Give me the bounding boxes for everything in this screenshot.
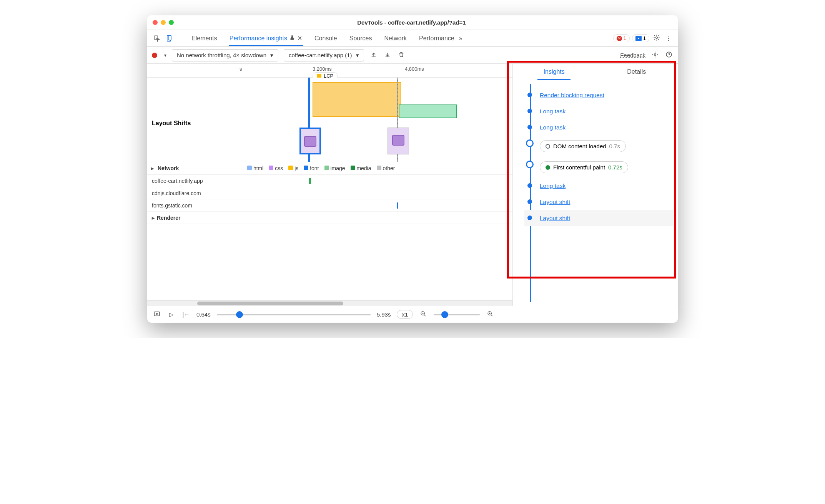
time-tick: 4,800ms [405, 66, 424, 72]
insight-item[interactable]: Long task [524, 178, 673, 194]
slider-thumb[interactable] [236, 311, 243, 318]
network-row[interactable]: cdnjs.cloudflare.com [147, 187, 512, 199]
legend-js-swatch [288, 166, 293, 170]
network-row[interactable]: fonts.gstatic.com [147, 199, 512, 212]
tab-performance[interactable]: Performance [418, 31, 455, 46]
insight-link[interactable]: Long task [540, 124, 566, 131]
tab-insights[interactable]: Insights [513, 64, 595, 80]
minimize-window-button[interactable] [161, 20, 166, 25]
timeline-footer: ▷ |← 0.64s 5.93s x1 [147, 306, 678, 323]
renderer-section-header[interactable]: Renderer [147, 212, 512, 224]
insight-item[interactable]: Render blocking request [524, 87, 673, 103]
feedback-link[interactable]: Feedback [620, 52, 645, 58]
screenshot-thumbnail-selected[interactable] [299, 128, 321, 154]
settings-gear-icon[interactable] [652, 33, 662, 44]
tab-elements[interactable]: Elements [191, 31, 218, 46]
download-icon[interactable] [383, 51, 392, 59]
tab-network[interactable]: Network [383, 31, 408, 46]
flask-icon [289, 35, 295, 41]
devtools-window: DevTools - coffee-cart.netlify.app/?ad=1… [147, 15, 678, 323]
time-slider[interactable] [217, 314, 371, 315]
insight-item[interactable]: Layout shift [524, 210, 673, 226]
insight-milestone[interactable]: First contentful paint 0.72s [524, 157, 673, 178]
task-block[interactable] [399, 104, 457, 118]
insight-link[interactable]: Layout shift [540, 215, 570, 221]
record-button[interactable] [152, 53, 157, 58]
insight-link[interactable]: Long task [540, 182, 566, 189]
milestone-pill: First contentful paint 0.72s [540, 161, 628, 173]
insight-link[interactable]: Long task [540, 108, 566, 114]
throttling-select[interactable]: No network throttling, 4× slowdown ▾ [172, 49, 278, 61]
timeline-ruler[interactable]: s 3,200ms 4,800ms LCP [147, 64, 512, 78]
network-legend-row: Network html css js font image media oth… [147, 162, 512, 175]
network-section-header[interactable]: Network [151, 165, 179, 171]
legend-other-swatch [377, 166, 381, 170]
insight-milestone[interactable]: DOM content loaded 0.7s [524, 136, 673, 157]
error-badge[interactable]: ✕ 1 [613, 34, 630, 42]
milestone-dot-icon [546, 165, 550, 170]
upload-icon[interactable] [369, 51, 378, 59]
tab-sources[interactable]: Sources [349, 31, 373, 46]
svg-rect-2 [168, 35, 171, 40]
tab-performance-insights[interactable]: Performance insights ✕ [229, 31, 303, 46]
insights-side-panel: Insights Details Render blocking request… [512, 64, 678, 306]
panel-settings-gear-icon[interactable] [651, 51, 659, 60]
device-toggle-icon[interactable] [164, 33, 174, 43]
insight-dot-icon [527, 216, 532, 220]
lcp-block[interactable] [313, 82, 401, 117]
svg-rect-6 [154, 312, 160, 316]
tab-details[interactable]: Details [595, 64, 678, 80]
svg-point-3 [656, 36, 658, 38]
preview-toggle-icon[interactable] [153, 310, 161, 318]
screenshot-thumbnail[interactable] [388, 128, 409, 154]
timeline-chart[interactable]: Layout Shifts [147, 78, 512, 162]
insight-dot-icon [527, 199, 532, 204]
svg-point-7 [156, 313, 158, 315]
tab-console[interactable]: Console [314, 31, 338, 46]
insight-item[interactable]: Long task [524, 119, 673, 136]
more-tabs-chevron-icon[interactable]: » [457, 33, 464, 43]
side-panel-tabs: Insights Details [513, 64, 678, 80]
zoom-slider[interactable] [434, 314, 480, 315]
layout-shifts-label: Layout Shifts [152, 120, 191, 127]
zoom-level[interactable]: x1 [397, 310, 413, 319]
slider-thumb[interactable] [441, 311, 448, 318]
panel-tabs: Elements Performance insights ✕ Console … [191, 31, 455, 46]
insight-item[interactable]: Layout shift [524, 194, 673, 210]
page-select[interactable]: coffee-cart.netlify.app (1) ▾ [284, 49, 364, 61]
time-end: 5.93s [377, 311, 391, 318]
record-dropdown-icon[interactable]: ▾ [164, 53, 166, 58]
insight-link[interactable]: Render blocking request [540, 92, 604, 98]
message-icon: ▪ [635, 36, 642, 41]
horizontal-scrollbar[interactable] [147, 300, 512, 306]
play-icon[interactable]: ▷ [167, 311, 176, 318]
close-window-button[interactable] [153, 20, 158, 25]
insight-dot-icon [527, 125, 532, 129]
devtools-tab-bar: Elements Performance insights ✕ Console … [147, 30, 678, 47]
insight-link[interactable]: Layout shift [540, 199, 570, 205]
close-tab-icon[interactable]: ✕ [297, 35, 302, 42]
legend-css-swatch [269, 166, 273, 170]
traffic-lights [153, 20, 174, 25]
help-icon[interactable] [665, 51, 673, 60]
rewind-icon[interactable]: |← [182, 311, 190, 318]
time-start: 0.64s [196, 311, 211, 318]
time-tick: s [240, 66, 242, 72]
time-tick: 3,200ms [313, 66, 332, 72]
trash-icon[interactable] [397, 51, 406, 59]
zoom-out-icon[interactable] [419, 311, 427, 318]
network-row[interactable]: coffee-cart.netlify.app [147, 175, 512, 187]
network-rows: coffee-cart.netlify.app cdnjs.cloudflare… [147, 175, 512, 300]
maximize-window-button[interactable] [169, 20, 174, 25]
more-options-icon[interactable]: ⋮ [664, 33, 673, 43]
insight-dot-icon [527, 109, 532, 113]
insights-toolbar: ▾ No network throttling, 4× slowdown ▾ c… [147, 47, 678, 64]
milestone-dot-icon [546, 144, 550, 149]
insight-dot-icon [527, 183, 532, 188]
inspect-element-icon[interactable] [152, 33, 162, 43]
zoom-in-icon[interactable] [486, 311, 494, 318]
message-badge[interactable]: ▪ 1 [632, 34, 649, 42]
insight-item[interactable]: Long task [524, 103, 673, 119]
milestone-ring-icon [526, 161, 534, 168]
timeline-panel: s 3,200ms 4,800ms LCP Layout Shifts Netw… [147, 64, 512, 306]
